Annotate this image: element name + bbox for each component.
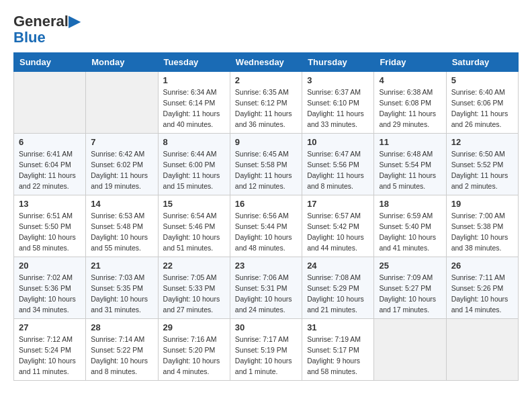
day-number: 20: [19, 261, 81, 271]
day-cell: [14, 72, 86, 134]
day-cell: 15 Sunrise: 6:54 AMSunset: 5:46 PMDaylig…: [158, 195, 230, 257]
day-number: 18: [379, 199, 441, 209]
day-number: 17: [307, 199, 369, 209]
day-number: 6: [19, 137, 81, 147]
day-number: 8: [163, 137, 225, 147]
col-header-thursday: Thursday: [302, 53, 374, 72]
day-info: Sunrise: 7:00 AMSunset: 5:38 PMDaylight:…: [451, 211, 513, 253]
day-info: Sunrise: 6:48 AMSunset: 5:54 PMDaylight:…: [379, 149, 441, 191]
day-number: 15: [163, 199, 225, 209]
week-row-5: 27 Sunrise: 7:12 AMSunset: 5:24 PMDaylig…: [14, 319, 519, 381]
day-cell: 19 Sunrise: 7:00 AMSunset: 5:38 PMDaylig…: [446, 195, 518, 257]
day-cell: 12 Sunrise: 6:50 AMSunset: 5:52 PMDaylig…: [446, 134, 518, 195]
col-header-friday: Friday: [374, 53, 446, 72]
day-number: 25: [379, 261, 441, 271]
header-row: SundayMondayTuesdayWednesdayThursdayFrid…: [14, 53, 519, 72]
day-info: Sunrise: 7:12 AMSunset: 5:24 PMDaylight:…: [19, 334, 81, 377]
day-cell: 29 Sunrise: 7:16 AMSunset: 5:20 PMDaylig…: [158, 319, 230, 381]
day-info: Sunrise: 7:08 AMSunset: 5:29 PMDaylight:…: [307, 273, 369, 315]
day-number: 14: [91, 199, 152, 209]
day-info: Sunrise: 7:03 AMSunset: 5:35 PMDaylight:…: [91, 273, 152, 315]
week-row-4: 20 Sunrise: 7:02 AMSunset: 5:36 PMDaylig…: [14, 257, 519, 319]
day-number: 11: [379, 137, 441, 147]
col-header-tuesday: Tuesday: [158, 53, 230, 72]
logo: General▶ Blue: [13, 13, 80, 46]
day-cell: 10 Sunrise: 6:47 AMSunset: 5:56 PMDaylig…: [302, 134, 374, 195]
week-row-2: 6 Sunrise: 6:41 AMSunset: 6:04 PMDayligh…: [14, 134, 519, 195]
col-header-sunday: Sunday: [14, 53, 86, 72]
day-cell: 9 Sunrise: 6:45 AMSunset: 5:58 PMDayligh…: [230, 134, 302, 195]
day-info: Sunrise: 6:38 AMSunset: 6:08 PMDaylight:…: [379, 87, 441, 130]
day-info: Sunrise: 6:54 AMSunset: 5:46 PMDaylight:…: [163, 211, 225, 253]
day-number: 19: [451, 199, 513, 209]
day-info: Sunrise: 6:47 AMSunset: 5:56 PMDaylight:…: [307, 149, 369, 191]
day-info: Sunrise: 6:51 AMSunset: 5:50 PMDaylight:…: [19, 211, 81, 253]
page-header: General▶ Blue: [13, 13, 519, 46]
day-cell: 26 Sunrise: 7:11 AMSunset: 5:26 PMDaylig…: [446, 257, 518, 319]
day-number: 30: [235, 322, 297, 332]
day-info: Sunrise: 7:02 AMSunset: 5:36 PMDaylight:…: [19, 273, 81, 315]
day-cell: 23 Sunrise: 7:06 AMSunset: 5:31 PMDaylig…: [230, 257, 302, 319]
col-header-wednesday: Wednesday: [230, 53, 302, 72]
day-info: Sunrise: 6:40 AMSunset: 6:06 PMDaylight:…: [451, 87, 513, 130]
day-info: Sunrise: 6:59 AMSunset: 5:40 PMDaylight:…: [379, 211, 441, 253]
day-cell: 2 Sunrise: 6:35 AMSunset: 6:12 PMDayligh…: [230, 72, 302, 134]
day-info: Sunrise: 6:56 AMSunset: 5:44 PMDaylight:…: [235, 211, 297, 253]
day-number: 23: [235, 261, 297, 271]
day-number: 10: [307, 137, 369, 147]
day-cell: 28 Sunrise: 7:14 AMSunset: 5:22 PMDaylig…: [86, 319, 158, 381]
day-cell: 5 Sunrise: 6:40 AMSunset: 6:06 PMDayligh…: [446, 72, 518, 134]
day-info: Sunrise: 6:37 AMSunset: 6:10 PMDaylight:…: [307, 87, 369, 130]
day-cell: 18 Sunrise: 6:59 AMSunset: 5:40 PMDaylig…: [374, 195, 446, 257]
day-cell: 30 Sunrise: 7:17 AMSunset: 5:19 PMDaylig…: [230, 319, 302, 381]
day-number: 2: [235, 75, 297, 85]
logo-text: General▶ Blue: [13, 13, 80, 46]
day-cell: [374, 319, 446, 381]
day-cell: 13 Sunrise: 6:51 AMSunset: 5:50 PMDaylig…: [14, 195, 86, 257]
week-row-3: 13 Sunrise: 6:51 AMSunset: 5:50 PMDaylig…: [14, 195, 519, 257]
day-cell: 6 Sunrise: 6:41 AMSunset: 6:04 PMDayligh…: [14, 134, 86, 195]
day-cell: 25 Sunrise: 7:09 AMSunset: 5:27 PMDaylig…: [374, 257, 446, 319]
day-cell: [446, 319, 518, 381]
day-number: 4: [379, 75, 441, 85]
day-info: Sunrise: 7:05 AMSunset: 5:33 PMDaylight:…: [163, 273, 225, 315]
day-info: Sunrise: 6:42 AMSunset: 6:02 PMDaylight:…: [91, 149, 152, 191]
day-info: Sunrise: 6:53 AMSunset: 5:48 PMDaylight:…: [91, 211, 152, 253]
day-number: 24: [307, 261, 369, 271]
day-info: Sunrise: 6:44 AMSunset: 6:00 PMDaylight:…: [163, 149, 225, 191]
day-info: Sunrise: 7:06 AMSunset: 5:31 PMDaylight:…: [235, 273, 297, 315]
day-info: Sunrise: 6:41 AMSunset: 6:04 PMDaylight:…: [19, 149, 81, 191]
col-header-monday: Monday: [86, 53, 158, 72]
day-info: Sunrise: 6:34 AMSunset: 6:14 PMDaylight:…: [163, 87, 225, 130]
day-number: 28: [91, 322, 152, 332]
day-number: 22: [163, 261, 225, 271]
day-number: 26: [451, 261, 513, 271]
day-info: Sunrise: 6:57 AMSunset: 5:42 PMDaylight:…: [307, 211, 369, 253]
day-number: 13: [19, 199, 81, 209]
day-number: 29: [163, 322, 225, 332]
day-info: Sunrise: 6:50 AMSunset: 5:52 PMDaylight:…: [451, 149, 513, 191]
day-cell: 1 Sunrise: 6:34 AMSunset: 6:14 PMDayligh…: [158, 72, 230, 134]
day-number: 3: [307, 75, 369, 85]
day-cell: 8 Sunrise: 6:44 AMSunset: 6:00 PMDayligh…: [158, 134, 230, 195]
week-row-1: 1 Sunrise: 6:34 AMSunset: 6:14 PMDayligh…: [14, 72, 519, 134]
day-info: Sunrise: 6:35 AMSunset: 6:12 PMDaylight:…: [235, 87, 297, 130]
day-cell: 27 Sunrise: 7:12 AMSunset: 5:24 PMDaylig…: [14, 319, 86, 381]
day-cell: 14 Sunrise: 6:53 AMSunset: 5:48 PMDaylig…: [86, 195, 158, 257]
day-number: 1: [163, 75, 225, 85]
day-info: Sunrise: 7:14 AMSunset: 5:22 PMDaylight:…: [91, 334, 152, 377]
day-cell: 4 Sunrise: 6:38 AMSunset: 6:08 PMDayligh…: [374, 72, 446, 134]
day-info: Sunrise: 7:09 AMSunset: 5:27 PMDaylight:…: [379, 273, 441, 315]
day-number: 7: [91, 137, 152, 147]
day-cell: 22 Sunrise: 7:05 AMSunset: 5:33 PMDaylig…: [158, 257, 230, 319]
day-info: Sunrise: 7:17 AMSunset: 5:19 PMDaylight:…: [235, 334, 297, 377]
day-cell: 11 Sunrise: 6:48 AMSunset: 5:54 PMDaylig…: [374, 134, 446, 195]
day-cell: 3 Sunrise: 6:37 AMSunset: 6:10 PMDayligh…: [302, 72, 374, 134]
day-cell: 16 Sunrise: 6:56 AMSunset: 5:44 PMDaylig…: [230, 195, 302, 257]
day-number: 21: [91, 261, 152, 271]
day-info: Sunrise: 7:16 AMSunset: 5:20 PMDaylight:…: [163, 334, 225, 377]
day-info: Sunrise: 7:11 AMSunset: 5:26 PMDaylight:…: [451, 273, 513, 315]
day-cell: 24 Sunrise: 7:08 AMSunset: 5:29 PMDaylig…: [302, 257, 374, 319]
day-cell: 20 Sunrise: 7:02 AMSunset: 5:36 PMDaylig…: [14, 257, 86, 319]
day-number: 5: [451, 75, 513, 85]
